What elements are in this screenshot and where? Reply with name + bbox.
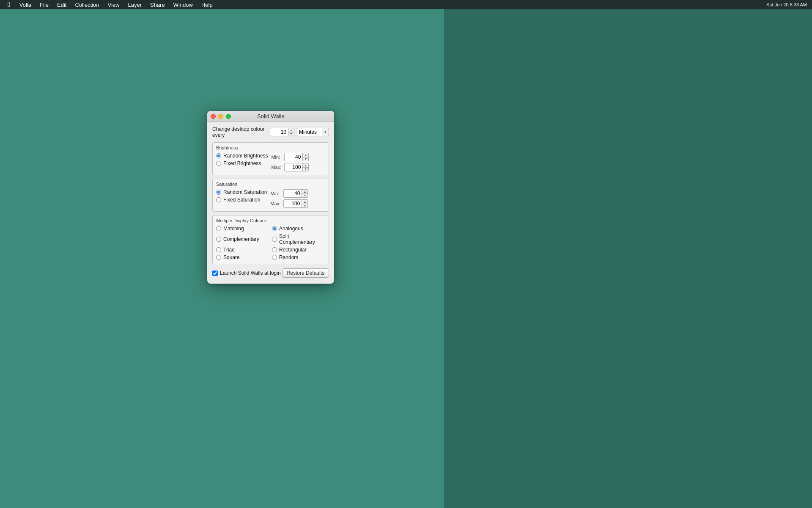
fixed-saturation-option[interactable]: Fixed Saturation	[216, 197, 267, 203]
brightness-radio-col: Random Brightness Fixed Brightness	[216, 153, 268, 166]
brightness-max-up[interactable]: ▲	[303, 163, 308, 168]
random-saturation-label: Random Saturation	[223, 189, 267, 195]
brightness-min-up[interactable]: ▲	[303, 153, 308, 157]
saturation-max-label: Max:	[270, 201, 281, 206]
brightness-min-label: Min:	[271, 155, 282, 160]
brightness-min-wrapper: ▲ ▼	[284, 153, 309, 161]
matching-option[interactable]: Matching	[216, 226, 269, 232]
brightness-min-input[interactable]	[284, 153, 303, 161]
interval-stepper-up[interactable]: ▲	[288, 128, 294, 133]
interval-select[interactable]: Minutes Hours Days	[297, 128, 322, 136]
menubar-item-window[interactable]: Window	[170, 0, 196, 9]
restore-defaults-button[interactable]: Restore Defaults	[282, 268, 329, 278]
launch-checkbox[interactable]	[212, 271, 218, 276]
brightness-max-row: Max: ▲ ▼	[271, 163, 309, 171]
dialog-title: Solid Walls	[257, 113, 284, 119]
complementary-radio[interactable]	[216, 237, 221, 242]
random-brightness-option[interactable]: Random Brightness	[216, 153, 268, 159]
fixed-brightness-option[interactable]: Fixed Brightness	[216, 160, 268, 166]
interval-number-input[interactable]	[270, 128, 288, 136]
square-radio[interactable]	[216, 255, 221, 260]
saturation-max-up[interactable]: ▲	[302, 200, 307, 204]
fixed-brightness-label: Fixed Brightness	[223, 160, 261, 166]
saturation-min-down[interactable]: ▼	[302, 194, 307, 198]
complementary-option[interactable]: Complementary	[216, 233, 269, 245]
desktop-right-panel	[444, 9, 812, 508]
saturation-section: Saturation Random Saturation Fixed Satur…	[212, 179, 329, 212]
random-option[interactable]: Random	[272, 254, 325, 260]
triad-radio[interactable]	[216, 247, 221, 252]
saturation-label: Saturation	[216, 182, 325, 187]
brightness-minmax-col: Min: ▲ ▼ Max:	[271, 153, 309, 171]
random-saturation-radio[interactable]	[216, 190, 221, 195]
brightness-min-down[interactable]: ▼	[303, 157, 308, 161]
saturation-min-wrapper: ▲ ▼	[283, 189, 308, 198]
interval-stepper: ▲ ▼	[288, 128, 294, 136]
complementary-label: Complementary	[223, 236, 259, 242]
random-label: Random	[279, 254, 298, 260]
split-complementary-option[interactable]: Split Complementary	[272, 233, 325, 245]
saturation-min-row: Min: ▲ ▼	[270, 189, 308, 198]
saturation-min-up[interactable]: ▲	[302, 190, 307, 194]
fixed-saturation-label: Fixed Saturation	[223, 197, 260, 203]
square-option[interactable]: Square	[216, 254, 269, 260]
triad-option[interactable]: Triad	[216, 247, 269, 253]
matching-label: Matching	[223, 226, 244, 232]
menubar-item-edit[interactable]: Edit	[54, 0, 70, 9]
multiple-display-label: Multiple Display Colours	[216, 218, 325, 223]
brightness-min-row: Min: ▲ ▼	[271, 153, 309, 161]
random-brightness-label: Random Brightness	[223, 153, 268, 159]
menubar-item-view[interactable]: View	[104, 0, 123, 9]
random-brightness-radio[interactable]	[216, 153, 221, 158]
menubar-datetime: Sat Jun 20 6:33 AM	[765, 2, 809, 7]
maximize-button[interactable]	[226, 114, 231, 119]
split-complementary-label: Split Complementary	[279, 233, 325, 245]
menubar-item-help[interactable]: Help	[198, 0, 216, 9]
menubar-item-file[interactable]: File	[36, 0, 52, 9]
fixed-brightness-radio[interactable]	[216, 161, 221, 166]
apple-menu-item[interactable]: 	[3, 0, 14, 9]
interval-select-arrow: ▼	[322, 128, 329, 136]
brightness-max-down[interactable]: ▼	[303, 168, 308, 171]
analogous-radio[interactable]	[272, 226, 277, 231]
brightness-label: Brightness	[216, 145, 325, 150]
interval-stepper-down[interactable]: ▼	[288, 133, 294, 136]
minimize-button[interactable]	[218, 114, 223, 119]
rectangular-option[interactable]: Rectangular	[272, 247, 325, 253]
saturation-max-stepper: ▲ ▼	[302, 199, 308, 208]
multiple-display-section: Multiple Display Colours Matching Analog…	[212, 215, 329, 264]
menubar-item-layer[interactable]: Layer	[124, 0, 145, 9]
rectangular-radio[interactable]	[272, 247, 277, 252]
brightness-max-stepper: ▲ ▼	[303, 163, 309, 171]
brightness-max-wrapper: ▲ ▼	[284, 163, 309, 171]
fixed-saturation-radio[interactable]	[216, 197, 221, 202]
matching-radio[interactable]	[216, 226, 221, 231]
bottom-row: Launch Solid Walls at login Restore Defa…	[212, 268, 329, 278]
saturation-max-input[interactable]	[283, 199, 302, 208]
split-complementary-radio[interactable]	[272, 237, 277, 242]
saturation-max-row: Max: ▲ ▼	[270, 199, 308, 208]
dialog-content: Change desktop colour every ▲ ▼ Minutes …	[207, 122, 334, 284]
random-saturation-option[interactable]: Random Saturation	[216, 189, 267, 195]
analogous-label: Analogous	[279, 226, 303, 232]
analogous-option[interactable]: Analogous	[272, 226, 325, 232]
saturation-min-stepper: ▲ ▼	[302, 189, 308, 198]
brightness-section: Brightness Random Brightness Fixed Brigh…	[212, 142, 329, 175]
saturation-max-wrapper: ▲ ▼	[283, 199, 308, 208]
brightness-max-input[interactable]	[284, 163, 303, 171]
desktop-background	[0, 0, 812, 508]
brightness-min-stepper: ▲ ▼	[303, 153, 309, 161]
close-button[interactable]	[211, 114, 216, 119]
menubar-item-volla[interactable]: Volla	[16, 0, 35, 9]
launch-checkbox-row[interactable]: Launch Solid Walls at login	[212, 270, 281, 276]
brightness-max-label: Max:	[271, 165, 282, 170]
saturation-min-input[interactable]	[283, 189, 302, 198]
saturation-max-down[interactable]: ▼	[302, 204, 307, 208]
solid-walls-dialog: Solid Walls Change desktop colour every …	[207, 111, 334, 284]
saturation-controls: Random Saturation Fixed Saturation Min: …	[216, 189, 325, 208]
random-radio[interactable]	[272, 255, 277, 260]
change-desktop-label: Change desktop colour every	[212, 126, 267, 138]
menubar-item-collection[interactable]: Collection	[71, 0, 102, 9]
traffic-lights	[211, 114, 231, 119]
menubar-item-share[interactable]: Share	[147, 0, 168, 9]
